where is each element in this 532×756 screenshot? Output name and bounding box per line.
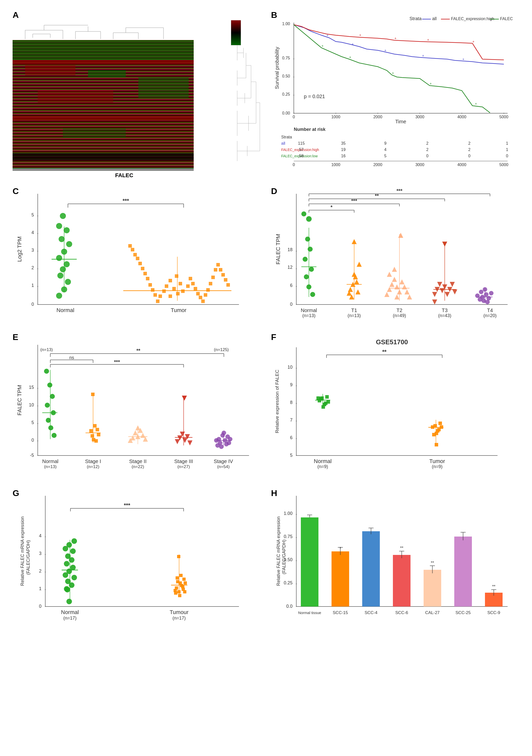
panel-a-label: A	[13, 10, 19, 20]
svg-marker-253	[355, 289, 361, 294]
svg-rect-199	[153, 293, 157, 297]
panel-e-label: E	[13, 332, 18, 342]
panel-h-chart: Relative FALEC mRNA expression (FALEC/GA…	[271, 491, 513, 632]
panel-f-title: GSE51700	[376, 338, 408, 346]
svg-rect-197	[159, 294, 162, 298]
svg-text:16: 16	[341, 154, 345, 158]
svg-text:(n=49): (n=49)	[393, 313, 406, 318]
svg-point-247	[306, 216, 312, 222]
svg-text:p = 0.021: p = 0.021	[304, 94, 325, 99]
svg-rect-209	[128, 244, 132, 248]
svg-rect-488	[182, 578, 186, 581]
svg-text:19: 19	[341, 148, 345, 152]
svg-rect-429	[326, 400, 330, 404]
svg-text:Relative FALEC mRNA expression: Relative FALEC mRNA expression	[20, 516, 25, 586]
svg-marker-264	[394, 284, 399, 289]
svg-rect-33	[13, 116, 194, 121]
svg-rect-177	[181, 289, 185, 293]
svg-marker-275	[398, 233, 403, 238]
svg-marker-262	[390, 282, 394, 287]
svg-text:0.25: 0.25	[282, 92, 290, 96]
svg-rect-29	[25, 65, 75, 75]
svg-rect-494	[179, 574, 183, 577]
svg-text:(n=13): (n=13)	[347, 313, 361, 318]
svg-text:4: 4	[32, 230, 34, 235]
svg-text:Normal: Normal	[301, 308, 317, 313]
panel-h: H Relative FALEC mRNA expression (FALEC/…	[266, 486, 525, 632]
svg-point-159	[59, 236, 64, 242]
svg-rect-182	[196, 292, 200, 295]
svg-rect-35	[13, 153, 194, 161]
svg-text:-5: -5	[30, 453, 34, 458]
svg-text:Log2 TPM: Log2 TPM	[16, 236, 23, 262]
svg-text:1000: 1000	[331, 163, 340, 167]
svg-text:58: 58	[299, 154, 304, 158]
svg-rect-200	[151, 288, 154, 292]
svg-marker-280	[432, 292, 437, 297]
svg-point-345	[48, 425, 53, 430]
svg-text:+: +	[462, 57, 464, 61]
x-tumor-label: Tumor	[171, 307, 187, 313]
svg-point-390	[228, 437, 232, 442]
svg-point-347	[44, 369, 49, 374]
svg-text:7: 7	[290, 418, 292, 422]
svg-text:0: 0	[32, 302, 34, 307]
svg-point-240	[308, 247, 313, 252]
svg-point-157	[56, 223, 62, 229]
svg-point-340	[47, 383, 52, 388]
survival-chart: Strata all FALEC_expression:high FALEC_e…	[271, 13, 513, 184]
svg-text:5: 5	[32, 212, 34, 217]
svg-text:2: 2	[468, 141, 470, 146]
svg-point-156	[60, 213, 66, 219]
svg-marker-270	[404, 289, 410, 294]
svg-rect-196	[162, 289, 166, 293]
svg-text:(n=12): (n=12)	[87, 464, 99, 469]
svg-point-298	[485, 300, 490, 304]
svg-text:+: +	[359, 33, 361, 37]
svg-text:Normal: Normal	[42, 459, 58, 464]
svg-text:FALEC_expression:low: FALEC_expression:low	[500, 16, 513, 21]
svg-text:(n=17): (n=17)	[172, 616, 186, 621]
svg-point-166	[65, 279, 71, 285]
svg-text:(n=9): (n=9)	[432, 464, 443, 469]
svg-text:0.00: 0.00	[282, 111, 290, 115]
svg-text:3000: 3000	[415, 115, 424, 119]
svg-marker-360	[133, 430, 138, 435]
svg-text:0: 0	[290, 302, 292, 307]
bar-normal-tissue	[301, 517, 318, 607]
svg-rect-31	[38, 90, 113, 103]
svg-text:10: 10	[287, 364, 292, 370]
svg-text:(n=43): (n=43)	[438, 313, 451, 318]
svg-text:(FALEC/GAPDH): (FALEC/GAPDH)	[282, 540, 287, 574]
svg-point-241	[303, 257, 308, 262]
svg-text:5000: 5000	[499, 115, 508, 119]
svg-text:2: 2	[468, 148, 470, 152]
svg-point-158	[63, 227, 70, 233]
svg-point-481	[66, 599, 72, 604]
svg-point-388	[219, 445, 224, 449]
svg-rect-351	[93, 424, 97, 428]
svg-text:9: 9	[384, 141, 386, 146]
panel-b-label: B	[271, 10, 277, 20]
svg-point-471	[63, 572, 68, 578]
svg-rect-198	[156, 300, 160, 303]
svg-rect-352	[90, 434, 94, 438]
svg-text:Survival probability: Survival probability	[274, 47, 280, 89]
svg-text:0: 0	[32, 438, 34, 443]
svg-rect-206	[136, 257, 139, 260]
svg-point-341	[50, 394, 55, 399]
svg-rect-30	[88, 70, 126, 78]
panel-c-label: C	[13, 186, 19, 196]
svg-point-168	[56, 293, 62, 299]
svg-text:(n=13): (n=13)	[44, 464, 57, 469]
svg-rect-438	[436, 429, 440, 433]
svg-rect-204	[141, 267, 144, 270]
svg-rect-354	[97, 433, 100, 436]
panel-e-chart: FALEC TPM -5 0 5 10 15 (n=13) (n=125) **	[13, 335, 254, 486]
svg-point-239	[305, 236, 310, 242]
svg-text:all: all	[281, 141, 285, 146]
panel-d: D FALEC TPM 0 6 12 18 *	[266, 184, 525, 330]
svg-point-386	[222, 431, 226, 435]
bar-scc15	[332, 552, 349, 607]
svg-rect-441	[435, 443, 438, 446]
